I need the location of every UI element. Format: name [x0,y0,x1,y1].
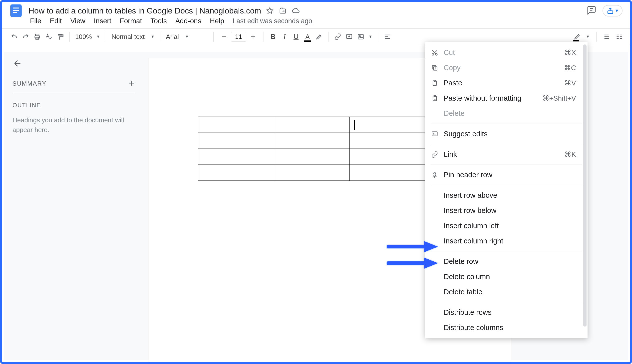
ctx-insert-row-above[interactable]: Insert row above [425,188,587,203]
spellcheck-icon[interactable] [45,33,53,40]
italic-icon[interactable]: I [281,33,288,40]
svg-rect-33 [432,66,436,69]
collapse-sidebar-icon[interactable] [13,58,135,70]
table-row[interactable] [198,133,425,149]
docs-logo-icon[interactable] [8,3,24,19]
ctx-delete-table[interactable]: Delete table [425,284,587,300]
cloud-status-icon[interactable] [292,7,300,14]
separator [431,144,582,144]
menu-tools[interactable]: Tools [150,17,167,25]
ctx-pin-header-row[interactable]: Pin header row [425,167,587,182]
menu-view[interactable]: View [70,17,85,25]
ctx-distribute-columns[interactable]: Distribute columns [425,320,587,335]
svg-rect-40 [432,132,437,136]
pin-icon [431,172,439,178]
last-edit-info[interactable]: Last edit was seconds ago [233,17,312,25]
chevron-down-icon[interactable]: ▼ [586,34,590,39]
menu-file[interactable]: File [30,17,41,25]
ctx-label: Pin header row [444,171,492,179]
comments-button[interactable] [586,5,596,16]
outline-hint: Headings you add to the document will ap… [13,115,130,135]
svg-rect-1 [13,8,19,8]
ctx-paste[interactable]: Paste ⌘V [425,76,587,91]
ctx-label: Insert row above [444,191,497,200]
star-icon[interactable] [266,7,274,14]
hide-menus-icon[interactable] [603,33,610,40]
svg-rect-3 [13,12,17,13]
ctx-cut[interactable]: Cut ⌘X [425,45,587,60]
chevron-down-icon[interactable]: ▼ [368,34,372,39]
table-row[interactable] [198,149,425,165]
ctx-distribute-rows[interactable]: Distribute rows [425,305,587,320]
menu-help[interactable]: Help [210,17,224,25]
outline-sidebar: SUMMARY OUTLINE Headings you add to the … [4,52,144,360]
outline-heading: OUTLINE [13,102,135,109]
ctx-paste-without-formatting[interactable]: Paste without formatting ⌘+Shift+V [425,91,587,106]
document-table[interactable] [198,116,425,181]
ctx-label: Link [444,150,457,158]
insert-link-icon[interactable] [334,33,341,40]
scrollbar[interactable] [583,44,586,326]
ctx-delete-row[interactable]: Delete row [425,254,587,269]
zoom-select[interactable]: 100% ▼ [71,29,104,45]
add-summary-icon[interactable] [128,80,135,88]
insert-image-icon[interactable] [357,33,364,40]
add-comment-icon[interactable] [345,33,353,40]
ctx-delete-column[interactable]: Delete column [425,269,587,284]
move-icon[interactable] [279,7,287,14]
annotation-arrow-icon [387,239,439,255]
ctx-label: Insert column left [444,222,499,230]
svg-rect-32 [433,67,437,70]
share-button[interactable]: ▼ [602,5,622,16]
ctx-insert-column-left[interactable]: Insert column left [425,218,587,234]
menu-insert[interactable]: Insert [94,17,111,25]
table-row[interactable] [198,165,425,181]
font-size-decrease[interactable]: − [219,32,229,42]
chevron-down-icon: ▼ [97,34,101,39]
highlight-icon[interactable] [315,33,323,40]
bold-icon[interactable]: B [269,33,277,40]
paint-format-icon[interactable] [57,33,64,40]
menu-addons[interactable]: Add-ons [175,17,201,25]
font-select[interactable]: Arial ▼ [162,29,212,45]
ctx-label: Cut [444,48,455,57]
ctx-delete[interactable]: Delete [425,106,587,121]
separator [431,302,582,302]
expand-icon[interactable] [615,33,623,40]
ctx-label: Paste without formatting [444,94,521,102]
separator [431,251,582,252]
paragraph-style-select[interactable]: Normal text ▼ [107,29,159,45]
ctx-shortcut: ⌘+Shift+V [542,94,576,102]
context-menu: Cut ⌘X Copy ⌘C Paste ⌘V Paste without fo… [425,42,587,338]
svg-point-30 [432,54,434,55]
document-title[interactable]: How to add a column to tables in Google … [29,6,261,16]
redo-icon[interactable] [22,33,30,40]
font-size-increase[interactable]: + [248,32,258,42]
align-icon[interactable] [384,33,391,40]
text-color-icon[interactable]: A [304,33,311,40]
menu-format[interactable]: Format [120,17,142,25]
menu-edit[interactable]: Edit [50,17,62,25]
font-size-input[interactable] [231,32,246,42]
ctx-copy[interactable]: Copy ⌘C [425,60,587,76]
ctx-label: Insert column right [444,237,503,245]
chevron-down-icon: ▼ [185,34,189,39]
ctx-link[interactable]: Link ⌘K [425,147,587,162]
ctx-suggest-edits[interactable]: Suggest edits [425,126,587,142]
chevron-down-icon: ▼ [151,34,155,39]
annotation-arrow-icon [387,256,439,272]
copy-icon [431,64,439,72]
separator [431,164,582,165]
ctx-insert-column-right[interactable]: Insert column right [425,234,587,249]
editing-mode-icon[interactable] [573,33,581,40]
ctx-shortcut: ⌘X [564,48,576,57]
print-icon[interactable] [34,33,41,40]
underline-icon[interactable]: U [292,33,300,40]
table-row[interactable] [198,117,425,133]
undo-icon[interactable] [11,33,18,40]
ctx-label: Paste [444,79,462,87]
ctx-label: Delete [444,109,465,118]
menu-bar: File Edit View Insert Format Tools Add-o… [2,17,630,28]
ctx-insert-row-below[interactable]: Insert row below [425,203,587,218]
ctx-label: Distribute rows [444,308,492,316]
